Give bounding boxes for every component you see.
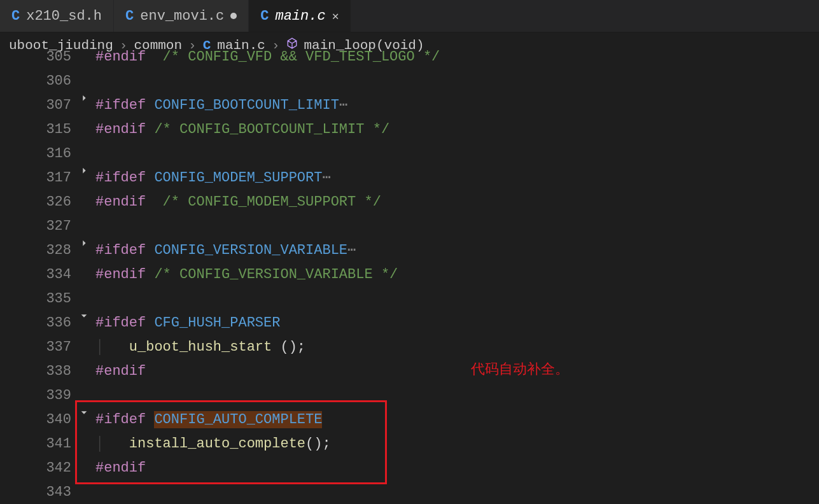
- tab-label: x210_sd.h: [26, 8, 102, 24]
- c-file-icon: C: [11, 8, 20, 24]
- code-line[interactable]: 316: [0, 142, 819, 166]
- fold-icon[interactable]: [75, 311, 93, 320]
- c-file-icon: C: [125, 8, 134, 24]
- tab-bar: C x210_sd.h C env_movi.c C main.c ✕: [0, 0, 819, 32]
- code-line[interactable]: 338#endif: [0, 360, 819, 384]
- line-number: 334: [0, 263, 75, 287]
- code-line[interactable]: 335: [0, 287, 819, 311]
- line-number: 341: [0, 432, 75, 456]
- code-line[interactable]: 327: [0, 214, 819, 239]
- code-editor[interactable]: 代码自动补全。 305#endif /* CONFIG_VFD && VFD_T…: [0, 45, 819, 504]
- code-line[interactable]: 315#endif /* CONFIG_BOOTCOUNT_LIMIT */: [0, 118, 819, 142]
- line-number: 328: [0, 239, 75, 263]
- c-file-icon: C: [260, 8, 269, 24]
- fold-icon[interactable]: [75, 239, 93, 248]
- line-number: 335: [0, 287, 75, 311]
- tab-env-movi[interactable]: C env_movi.c: [114, 0, 249, 32]
- code-line[interactable]: 336#ifdef CFG_HUSH_PARSER: [0, 311, 819, 335]
- line-number: 343: [0, 480, 75, 504]
- code-line[interactable]: 334#endif /* CONFIG_VERSION_VARIABLE */: [0, 263, 819, 287]
- tab-x210-sd[interactable]: C x210_sd.h: [0, 0, 114, 32]
- code-line[interactable]: 326#endif /* CONFIG_MODEM_SUPPORT */: [0, 190, 819, 214]
- close-icon[interactable]: ✕: [332, 9, 339, 23]
- line-number: 315: [0, 118, 75, 142]
- line-number: 337: [0, 335, 75, 360]
- code-line[interactable]: 337│ u_boot_hush_start ();: [0, 335, 819, 360]
- line-number: 306: [0, 69, 75, 94]
- code-line[interactable]: 306: [0, 69, 819, 94]
- line-number: 342: [0, 456, 75, 480]
- line-number: 326: [0, 190, 75, 214]
- tab-label: main.c: [275, 8, 325, 24]
- tab-main[interactable]: C main.c ✕: [249, 0, 351, 32]
- line-number: 338: [0, 360, 75, 384]
- line-number: 307: [0, 94, 75, 118]
- highlight-box: [75, 400, 387, 484]
- line-number: 316: [0, 142, 75, 166]
- line-number: 336: [0, 311, 75, 335]
- line-number: 339: [0, 384, 75, 408]
- code-line[interactable]: 305#endif /* CONFIG_VFD && VFD_TEST_LOGO…: [0, 45, 819, 69]
- code-line[interactable]: 317#ifdef CONFIG_MODEM_SUPPORT⋯: [0, 166, 819, 190]
- line-number: 317: [0, 166, 75, 190]
- fold-icon[interactable]: [75, 166, 93, 175]
- code-line[interactable]: 307#ifdef CONFIG_BOOTCOUNT_LIMIT⋯: [0, 94, 819, 118]
- annotation-text: 代码自动补全。: [471, 360, 569, 379]
- fold-icon[interactable]: [75, 94, 93, 102]
- line-number: 327: [0, 214, 75, 239]
- dirty-indicator-icon: [230, 13, 237, 19]
- line-number: 340: [0, 408, 75, 432]
- code-line[interactable]: 328#ifdef CONFIG_VERSION_VARIABLE⋯: [0, 239, 819, 263]
- line-number: 305: [0, 45, 75, 69]
- tab-label: env_movi.c: [140, 8, 224, 24]
